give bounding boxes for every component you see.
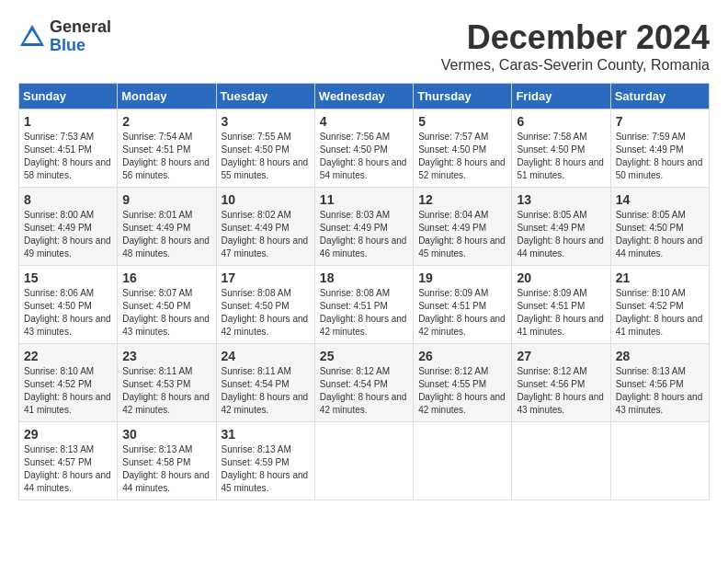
day-info: Sunrise: 7:59 AM Sunset: 4:49 PM Dayligh… (616, 131, 704, 182)
day-number: 20 (517, 270, 605, 285)
day-info: Sunrise: 7:54 AM Sunset: 4:51 PM Dayligh… (122, 131, 210, 182)
sunrise-time: Sunrise: 8:04 AM (418, 210, 488, 220)
calendar-cell: 11 Sunrise: 8:03 AM Sunset: 4:49 PM Dayl… (314, 188, 413, 266)
sunrise-time: Sunrise: 8:11 AM (122, 366, 192, 376)
daylight-hours: Daylight: 8 hours and 41 minutes. (616, 314, 703, 337)
day-info: Sunrise: 8:00 AM Sunset: 4:49 PM Dayligh… (24, 209, 112, 260)
calendar-cell: 12 Sunrise: 8:04 AM Sunset: 4:49 PM Dayl… (414, 188, 512, 266)
calendar-cell: 24 Sunrise: 8:11 AM Sunset: 4:54 PM Dayl… (216, 344, 314, 422)
day-info: Sunrise: 7:55 AM Sunset: 4:50 PM Dayligh… (222, 131, 310, 182)
sunset-time: Sunset: 4:50 PM (122, 301, 190, 311)
day-number: 26 (418, 349, 506, 363)
day-info: Sunrise: 8:11 AM Sunset: 4:53 PM Dayligh… (122, 365, 210, 417)
header-cell-tuesday: Tuesday (216, 84, 314, 109)
sunrise-time: Sunrise: 8:12 AM (320, 366, 390, 376)
calendar-cell (512, 422, 610, 500)
daylight-hours: Daylight: 8 hours and 52 minutes. (418, 157, 506, 180)
sunrise-time: Sunrise: 8:13 AM (24, 444, 94, 454)
daylight-hours: Daylight: 8 hours and 43 minutes. (517, 392, 604, 415)
header-cell-saturday: Saturday (610, 84, 709, 109)
day-info: Sunrise: 7:58 AM Sunset: 4:50 PM Dayligh… (517, 131, 605, 182)
calendar-cell: 9 Sunrise: 8:01 AM Sunset: 4:49 PM Dayli… (118, 188, 216, 266)
daylight-hours: Daylight: 8 hours and 44 minutes. (616, 236, 703, 259)
calendar-cell: 4 Sunrise: 7:56 AM Sunset: 4:50 PM Dayli… (314, 109, 413, 188)
daylight-hours: Daylight: 8 hours and 51 minutes. (517, 157, 604, 180)
header-cell-sunday: Sunday (19, 84, 118, 109)
daylight-hours: Daylight: 8 hours and 43 minutes. (122, 314, 210, 337)
day-info: Sunrise: 8:13 AM Sunset: 4:57 PM Dayligh… (24, 443, 112, 495)
calendar-body: 1 Sunrise: 7:53 AM Sunset: 4:51 PM Dayli… (19, 109, 710, 500)
day-info: Sunrise: 7:57 AM Sunset: 4:50 PM Dayligh… (418, 131, 506, 182)
sunset-time: Sunset: 4:50 PM (418, 144, 486, 155)
day-number: 16 (122, 270, 210, 285)
sunset-time: Sunset: 4:50 PM (222, 144, 290, 155)
sunset-time: Sunset: 4:49 PM (320, 223, 388, 233)
day-info: Sunrise: 8:08 AM Sunset: 4:51 PM Dayligh… (320, 287, 408, 339)
sunset-time: Sunset: 4:54 PM (320, 379, 388, 389)
sunrise-time: Sunrise: 8:02 AM (222, 210, 291, 220)
calendar-cell (610, 422, 709, 500)
logo-text: General Blue (50, 18, 111, 55)
day-number: 27 (517, 349, 605, 363)
header-cell-wednesday: Wednesday (314, 84, 413, 109)
day-info: Sunrise: 8:09 AM Sunset: 4:51 PM Dayligh… (418, 287, 506, 339)
day-info: Sunrise: 8:04 AM Sunset: 4:49 PM Dayligh… (418, 209, 506, 260)
calendar-cell: 30 Sunrise: 8:13 AM Sunset: 4:58 PM Dayl… (118, 422, 216, 500)
sunset-time: Sunset: 4:56 PM (616, 379, 684, 389)
sunset-time: Sunset: 4:50 PM (517, 144, 585, 155)
day-number: 29 (24, 427, 112, 442)
day-info: Sunrise: 8:13 AM Sunset: 4:56 PM Dayligh… (616, 365, 704, 417)
month-title: December 2024 (441, 18, 710, 57)
calendar-cell: 16 Sunrise: 8:07 AM Sunset: 4:50 PM Dayl… (118, 266, 216, 344)
calendar-cell: 20 Sunrise: 8:09 AM Sunset: 4:51 PM Dayl… (512, 266, 610, 344)
logo-icon (18, 23, 46, 51)
day-number: 10 (222, 192, 310, 207)
day-info: Sunrise: 8:10 AM Sunset: 4:52 PM Dayligh… (616, 287, 704, 339)
daylight-hours: Daylight: 8 hours and 46 minutes. (320, 236, 407, 259)
daylight-hours: Daylight: 8 hours and 49 minutes. (24, 236, 111, 259)
day-info: Sunrise: 8:08 AM Sunset: 4:50 PM Dayligh… (222, 287, 310, 339)
title-area: December 2024 Vermes, Caras-Severin Coun… (441, 18, 710, 74)
sunset-time: Sunset: 4:51 PM (122, 144, 190, 155)
day-number: 7 (616, 114, 704, 129)
calendar-cell: 31 Sunrise: 8:13 AM Sunset: 4:59 PM Dayl… (216, 422, 314, 500)
sunrise-time: Sunrise: 7:56 AM (320, 132, 390, 142)
day-info: Sunrise: 8:13 AM Sunset: 4:58 PM Dayligh… (122, 443, 210, 495)
calendar-cell: 29 Sunrise: 8:13 AM Sunset: 4:57 PM Dayl… (19, 422, 118, 500)
sunrise-time: Sunrise: 8:00 AM (24, 210, 94, 220)
sunset-time: Sunset: 4:49 PM (517, 223, 585, 233)
day-info: Sunrise: 8:07 AM Sunset: 4:50 PM Dayligh… (122, 287, 210, 339)
daylight-hours: Daylight: 8 hours and 42 minutes. (320, 392, 407, 415)
sunrise-time: Sunrise: 7:55 AM (222, 132, 291, 142)
daylight-hours: Daylight: 8 hours and 42 minutes. (320, 314, 407, 337)
calendar-cell: 18 Sunrise: 8:08 AM Sunset: 4:51 PM Dayl… (314, 266, 413, 344)
daylight-hours: Daylight: 8 hours and 44 minutes. (122, 470, 210, 493)
calendar-cell: 22 Sunrise: 8:10 AM Sunset: 4:52 PM Dayl… (19, 344, 118, 422)
daylight-hours: Daylight: 8 hours and 42 minutes. (122, 392, 210, 415)
day-number: 4 (320, 114, 408, 129)
sunrise-time: Sunrise: 7:58 AM (517, 132, 586, 142)
sunset-time: Sunset: 4:50 PM (24, 301, 92, 311)
sunrise-time: Sunrise: 8:05 AM (517, 210, 586, 220)
day-info: Sunrise: 8:12 AM Sunset: 4:54 PM Dayligh… (320, 365, 408, 417)
day-number: 1 (24, 114, 112, 129)
header-row: SundayMondayTuesdayWednesdayThursdayFrid… (19, 84, 710, 109)
day-info: Sunrise: 8:01 AM Sunset: 4:49 PM Dayligh… (122, 209, 210, 260)
logo-general: General (50, 18, 111, 37)
subtitle: Vermes, Caras-Severin County, Romania (441, 57, 710, 74)
header: General Blue December 2024 Vermes, Caras… (18, 18, 710, 74)
calendar-cell: 6 Sunrise: 7:58 AM Sunset: 4:50 PM Dayli… (512, 109, 610, 188)
day-number: 21 (616, 270, 704, 285)
calendar-cell: 15 Sunrise: 8:06 AM Sunset: 4:50 PM Dayl… (19, 266, 118, 344)
calendar-cell: 3 Sunrise: 7:55 AM Sunset: 4:50 PM Dayli… (216, 109, 314, 188)
daylight-hours: Daylight: 8 hours and 58 minutes. (24, 157, 111, 180)
sunset-time: Sunset: 4:50 PM (222, 301, 290, 311)
week-row: 29 Sunrise: 8:13 AM Sunset: 4:57 PM Dayl… (19, 422, 710, 500)
sunrise-time: Sunrise: 8:03 AM (320, 210, 390, 220)
day-info: Sunrise: 8:12 AM Sunset: 4:56 PM Dayligh… (517, 365, 605, 417)
day-number: 31 (222, 427, 310, 442)
day-number: 15 (24, 270, 112, 285)
sunrise-time: Sunrise: 7:57 AM (418, 132, 488, 142)
calendar-cell: 14 Sunrise: 8:05 AM Sunset: 4:50 PM Dayl… (610, 188, 709, 266)
day-number: 3 (222, 114, 310, 129)
